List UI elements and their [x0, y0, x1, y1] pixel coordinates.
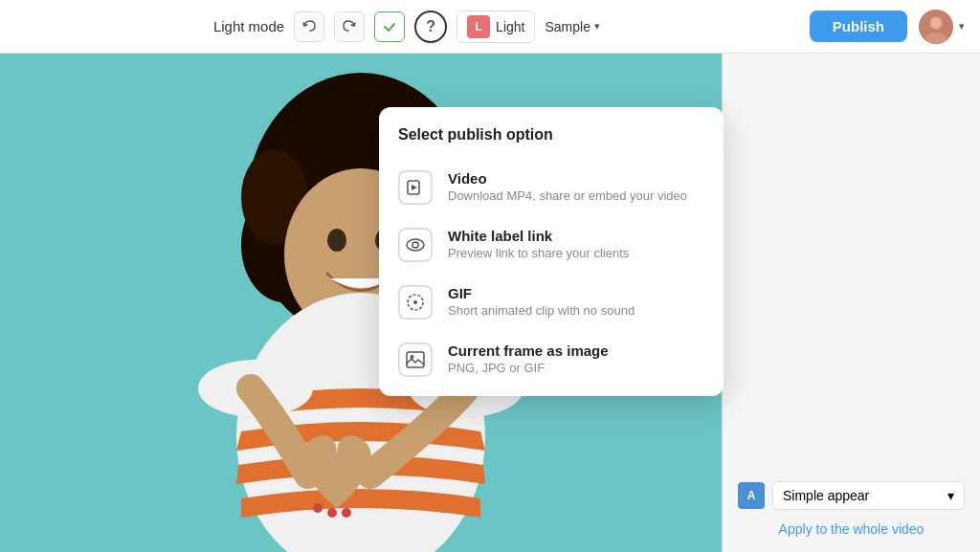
svg-rect-27	[407, 352, 424, 367]
svg-point-20	[342, 508, 351, 518]
gif-desc: Short animated clip with no sound	[448, 303, 635, 318]
current-frame-desc: PNG, JPG or GIF	[448, 361, 609, 375]
svg-point-19	[327, 508, 337, 518]
redo-button[interactable]	[334, 11, 365, 42]
current-frame-item-text: Current frame as image PNG, JPG or GIF	[448, 342, 609, 375]
play-icon	[407, 179, 424, 196]
svg-point-24	[412, 242, 418, 248]
check-icon	[382, 19, 397, 34]
main-content: A Simple appear ▾ Apply to the whole vid…	[0, 54, 980, 552]
publish-option-gif[interactable]: GIF Short animated clip with no sound	[379, 274, 724, 331]
svg-point-28	[411, 355, 414, 359]
svg-point-23	[407, 239, 424, 251]
undo-button[interactable]	[294, 11, 324, 42]
publish-option-current-frame[interactable]: Current frame as image PNG, JPG or GIF	[379, 331, 724, 388]
gif-title: GIF	[448, 285, 635, 301]
animation-row: A Simple appear ▾	[738, 481, 965, 510]
toolbar: Light mode ? L Light	[0, 0, 980, 54]
redo-icon	[342, 19, 357, 34]
user-chevron-icon: ▾	[959, 20, 965, 33]
video-icon	[398, 170, 433, 205]
question-mark: ?	[426, 18, 435, 35]
save-button[interactable]	[374, 11, 405, 42]
project-avatar: L	[467, 15, 490, 38]
gif-item-text: GIF Short animated clip with no sound	[448, 285, 635, 318]
mode-label: Light mode	[213, 18, 284, 34]
animation-icon: A	[738, 482, 765, 509]
right-panel: A Simple appear ▾ Apply to the whole vid…	[722, 54, 980, 552]
help-button[interactable]: ?	[414, 11, 447, 43]
avatar	[919, 10, 953, 44]
project-name-area[interactable]: L Light	[457, 11, 535, 43]
svg-marker-22	[412, 185, 417, 190]
eye-svg	[406, 238, 425, 252]
eye-icon	[398, 228, 433, 262]
white-label-item-text: White label link Preview link to share y…	[448, 228, 629, 260]
apply-to-video-link[interactable]: Apply to the whole video	[738, 521, 965, 537]
current-frame-title: Current frame as image	[448, 342, 609, 359]
publish-dropdown: Select publish option Video Download MP4…	[379, 107, 724, 396]
white-label-title: White label link	[448, 228, 629, 244]
user-area[interactable]: ▾	[919, 10, 965, 44]
avatar-image	[919, 10, 953, 44]
video-desc: Download MP4, share or embed your video	[448, 188, 687, 203]
svg-point-26	[413, 300, 417, 304]
project-name: Light	[496, 19, 524, 34]
gif-svg	[406, 293, 425, 312]
svg-point-18	[313, 503, 323, 513]
animation-label: Simple appear	[783, 488, 869, 503]
svg-point-12	[327, 229, 346, 252]
animation-select[interactable]: Simple appear ▾	[772, 481, 965, 510]
image-icon	[398, 342, 433, 377]
sample-chevron-icon: ▾	[594, 20, 600, 33]
dropdown-title: Select publish option	[379, 126, 724, 159]
publish-button[interactable]: Publish	[810, 11, 907, 42]
publish-option-white-label[interactable]: White label link Preview link to share y…	[379, 216, 724, 274]
svg-point-3	[931, 17, 942, 28]
right-panel-spacer	[738, 69, 965, 481]
undo-icon	[301, 19, 317, 34]
white-label-desc: Preview link to share your clients	[448, 246, 629, 260]
gif-icon	[398, 285, 433, 320]
image-svg	[406, 351, 425, 368]
toolbar-left: Light mode ? L Light	[15, 11, 798, 43]
video-title: Video	[448, 170, 687, 187]
video-item-text: Video Download MP4, share or embed your …	[448, 170, 687, 203]
animation-chevron-icon: ▾	[947, 488, 954, 503]
publish-option-video[interactable]: Video Download MP4, share or embed your …	[379, 159, 724, 216]
project-sample-area[interactable]: Sample ▾	[545, 19, 599, 34]
project-sample-text: Sample	[545, 19, 590, 34]
